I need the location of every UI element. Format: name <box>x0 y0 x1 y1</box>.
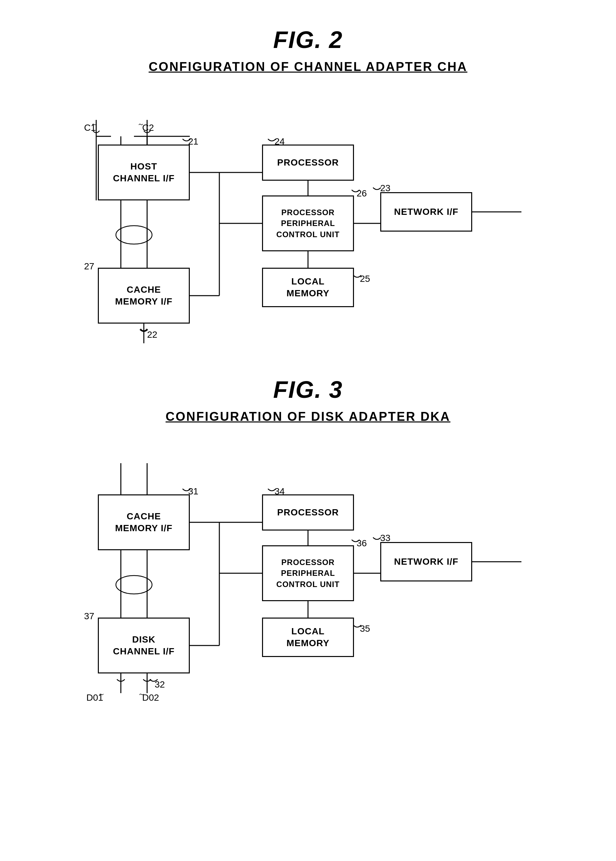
local-memory-2-box: LOCALMEMORY <box>262 268 354 307</box>
fig2-subtitle: CONFIGURATION OF CHANNEL ADAPTER CHA <box>149 60 468 74</box>
ref32-label: 32 <box>155 679 165 690</box>
ref35-label: 35 <box>360 623 370 634</box>
ref26-label: 26 <box>357 188 367 199</box>
ref33-label: 33 <box>380 533 390 543</box>
fig2-title: FIG. 2 <box>273 26 343 53</box>
proc-peripheral-3-box: PROCESSORPERIPHERALCONTROL UNIT <box>262 545 354 601</box>
page: FIG. 2 CONFIGURATION OF CHANNEL ADAPTER … <box>45 13 571 706</box>
svg-point-6 <box>116 226 152 244</box>
ref22-label: 22 <box>147 329 157 340</box>
processor-2-box: PROCESSOR <box>262 145 354 181</box>
ref27-label: 27 <box>84 261 94 272</box>
fig3-diagram: CACHEMEMORY I/F DISKCHANNEL I/F PROCESSO… <box>78 444 538 706</box>
d01-tilde: ～ <box>98 689 105 699</box>
fig2-diagram: HOSTCHANNEL I/F CACHEMEMORY I/F PROCESSO… <box>78 94 538 343</box>
ref23-label: 23 <box>380 183 390 194</box>
ref34-label: 34 <box>275 486 285 497</box>
local-memory-3-box: LOCALMEMORY <box>262 618 354 657</box>
cache-memory-if-3-box: CACHEMEMORY I/F <box>98 494 190 550</box>
svg-point-19 <box>116 576 152 594</box>
ref31-label: 31 <box>188 486 198 497</box>
processor-3-box: PROCESSOR <box>262 494 354 530</box>
fig3-title: FIG. 3 <box>273 376 343 403</box>
cache-memory-if-2-box: CACHEMEMORY I/F <box>98 268 190 324</box>
fig3-subtitle: CONFIGURATION OF DISK ADAPTER DKA <box>165 410 450 424</box>
d02-tilde: ～ <box>138 689 145 699</box>
c2-tilde: ～ <box>137 119 145 129</box>
ref21-label: 21 <box>188 136 198 147</box>
host-channel-if-box: HOSTCHANNEL I/F <box>98 145 190 200</box>
ref25-label: 25 <box>360 274 370 284</box>
network-if-2-box: NETWORK I/F <box>380 192 472 231</box>
ref37-label: 37 <box>84 611 94 622</box>
network-if-3-box: NETWORK I/F <box>380 542 472 581</box>
c1-tilde: ～ <box>91 119 98 129</box>
ref24-label: 24 <box>275 136 285 147</box>
proc-peripheral-2-box: PROCESSORPERIPHERALCONTROL UNIT <box>262 195 354 251</box>
ref36-label: 36 <box>357 538 367 549</box>
disk-channel-if-box: DISKCHANNEL I/F <box>98 618 190 674</box>
